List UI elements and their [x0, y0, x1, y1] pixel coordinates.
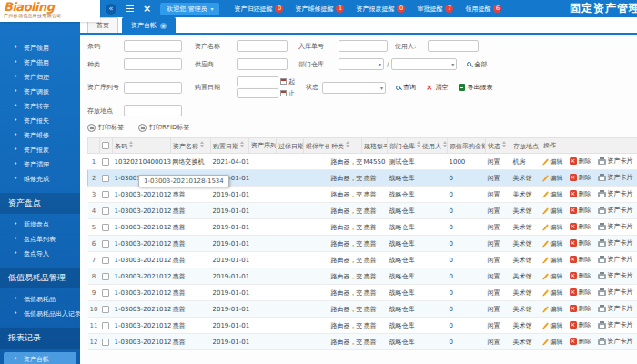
- asset-name-input[interactable]: [237, 40, 288, 52]
- sidebar-item[interactable]: •维修完成: [0, 172, 80, 187]
- location-input[interactable]: [124, 105, 182, 116]
- sidebar-item[interactable]: •资产清理: [0, 157, 80, 172]
- delete-link[interactable]: 删除: [570, 271, 592, 280]
- table-row[interactable]: 111-03003-20210128-1534惠普2019-01-01路由器，交…: [88, 318, 637, 334]
- category-input[interactable]: [124, 58, 182, 70]
- edit-link[interactable]: 编辑: [543, 223, 563, 232]
- user-menu[interactable]: 欢迎您,管理员 ▾: [160, 3, 219, 15]
- sidebar-item[interactable]: •资产转存: [0, 99, 80, 114]
- card-link[interactable]: 资产卡片: [598, 206, 633, 215]
- card-link[interactable]: 资产卡片: [598, 304, 633, 313]
- row-checkbox[interactable]: [102, 224, 109, 231]
- column-header[interactable]: 过保日期: [277, 138, 304, 154]
- card-link[interactable]: 资产卡片: [598, 320, 633, 329]
- table-row[interactable]: 41-03003-20210128-1534惠普2019-01-01路由器，交换…: [88, 203, 637, 219]
- row-checkbox[interactable]: [102, 257, 109, 264]
- card-link[interactable]: 资产卡片: [598, 271, 633, 280]
- card-link[interactable]: 资产卡片: [598, 288, 633, 297]
- notice-item[interactable]: 审批提醒7: [417, 5, 453, 14]
- table-row[interactable]: 121-03003-20210128-1534惠普2019-01-01路由器，交…: [88, 334, 637, 350]
- edit-link[interactable]: 编辑: [543, 190, 563, 199]
- collapse-sidebar-icon[interactable]: «: [106, 4, 116, 15]
- department-select[interactable]: [339, 58, 384, 70]
- menu-icon[interactable]: [126, 8, 134, 10]
- edit-link[interactable]: 编辑: [543, 305, 563, 314]
- column-header[interactable]: 规格型号: [362, 138, 388, 154]
- table-row[interactable]: 91-03003-20210128-1534惠普2019-01-01路由器，交换…: [88, 285, 637, 301]
- serial-no-input[interactable]: [124, 82, 182, 94]
- column-header[interactable]: 部门仓库: [388, 138, 420, 154]
- row-checkbox[interactable]: [102, 158, 109, 166]
- all-link[interactable]: 全部: [467, 60, 487, 69]
- edit-link[interactable]: 编辑: [543, 174, 563, 183]
- row-checkbox[interactable]: [102, 240, 109, 248]
- delete-link[interactable]: 删除: [570, 255, 592, 264]
- delete-link[interactable]: 删除: [570, 238, 592, 248]
- column-header[interactable]: 维保年份: [304, 138, 329, 154]
- notice-item[interactable]: 资产归还提醒0: [234, 5, 283, 14]
- card-link[interactable]: 资产卡片: [598, 222, 633, 231]
- delete-link[interactable]: 删除: [570, 222, 592, 231]
- sidebar-item[interactable]: •低值易耗品出入记录: [0, 307, 80, 321]
- column-header[interactable]: 存放地点: [511, 138, 541, 154]
- card-link[interactable]: 资产卡片: [598, 157, 633, 166]
- tab-close-icon[interactable]: ×: [160, 23, 167, 29]
- sidebar-item[interactable]: •资产维修: [0, 128, 80, 143]
- sidebar-item[interactable]: •低值易耗品: [0, 292, 80, 307]
- sidebar-item[interactable]: •资产报失: [0, 114, 80, 128]
- edit-link[interactable]: 编辑: [543, 272, 563, 281]
- row-checkbox[interactable]: [102, 322, 109, 329]
- warehouse-select[interactable]: [391, 58, 457, 70]
- search-button[interactable]: 查询: [396, 83, 416, 92]
- delete-link[interactable]: 删除: [570, 320, 592, 329]
- delete-link[interactable]: 删除: [570, 189, 592, 198]
- print-label-button[interactable]: 打印标签: [87, 123, 124, 132]
- delete-link[interactable]: 删除: [570, 173, 592, 182]
- notice-item[interactable]: 领用提醒6: [465, 5, 501, 14]
- table-row[interactable]: 31-03003-20210128-1534惠普2019-01-01路由器，交换…: [88, 187, 637, 203]
- user-input[interactable]: [428, 40, 479, 52]
- delete-link[interactable]: 删除: [570, 288, 592, 297]
- date-to-input[interactable]: [237, 88, 278, 98]
- card-link[interactable]: 资产卡片: [598, 173, 633, 182]
- delete-link[interactable]: 删除: [570, 304, 592, 313]
- table-row[interactable]: 101-03003-20210128-1534惠普2019-01-01路由器，交…: [88, 301, 637, 318]
- delete-link[interactable]: 删除: [570, 157, 592, 166]
- sidebar-item[interactable]: •资产台帐: [4, 352, 76, 364]
- clear-button[interactable]: × 清空: [426, 83, 449, 92]
- table-row[interactable]: 110320210400013网络交换机2021-04-01路由器，交换机M45…: [88, 154, 637, 170]
- sidebar-item[interactable]: •资产报废: [0, 143, 80, 157]
- table-row[interactable]: 51-03003-20210128-1534惠普2019-01-01路由器，交换…: [88, 219, 637, 236]
- row-checkbox[interactable]: [102, 175, 109, 182]
- table-row[interactable]: 81-03003-20210128-1534惠普2019-01-01路由器，交换…: [88, 268, 637, 285]
- edit-link[interactable]: 编辑: [543, 239, 563, 248]
- table-row[interactable]: 61-03003-20210128-1534惠普2019-01-01路由器，交换…: [88, 236, 637, 252]
- card-link[interactable]: 资产卡片: [598, 337, 633, 346]
- column-header[interactable]: 状态: [486, 138, 511, 154]
- edit-link[interactable]: 编辑: [543, 256, 563, 265]
- calendar-icon[interactable]: [280, 90, 287, 96]
- export-report-button[interactable]: 导出报表: [459, 83, 493, 92]
- column-header[interactable]: 种类: [329, 138, 362, 154]
- edit-link[interactable]: 编辑: [543, 157, 563, 167]
- sidebar-item[interactable]: •盘点导入: [0, 247, 80, 261]
- sidebar-item[interactable]: •盘点单列表: [0, 232, 80, 247]
- date-from-input[interactable]: [237, 76, 278, 86]
- table-row[interactable]: 71-03003-20210128-1534惠普2019-01-01路由器，交换…: [88, 252, 637, 268]
- close-icon[interactable]: ×: [143, 3, 151, 15]
- column-header[interactable]: 使用人: [420, 138, 448, 154]
- sidebar-item[interactable]: •资产归还: [0, 70, 80, 85]
- column-header[interactable]: 原值采购金额: [448, 138, 486, 154]
- row-checkbox[interactable]: [102, 207, 109, 215]
- calendar-icon[interactable]: [280, 78, 287, 85]
- notice-item[interactable]: 资产维修提醒1: [295, 5, 344, 14]
- barcode-input[interactable]: [124, 40, 182, 52]
- sidebar-item[interactable]: •资产调拨: [0, 85, 80, 99]
- status-select[interactable]: [322, 82, 386, 94]
- edit-link[interactable]: 编辑: [543, 321, 563, 330]
- row-checkbox[interactable]: [102, 306, 109, 313]
- delete-link[interactable]: 删除: [570, 337, 592, 346]
- edit-link[interactable]: 编辑: [543, 338, 563, 347]
- inbound-no-input[interactable]: [339, 40, 388, 52]
- edit-link[interactable]: 编辑: [543, 288, 563, 298]
